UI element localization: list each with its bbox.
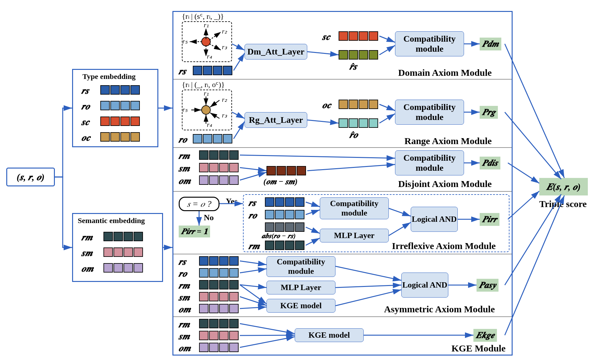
dm-r4: r₄	[207, 53, 212, 60]
se-sm-label: 𝒔𝒎	[82, 247, 92, 258]
irr-yes: Yes	[226, 197, 238, 206]
rg-r1: r₁	[204, 90, 209, 97]
dis-sm-label: 𝒔𝒎	[179, 163, 190, 174]
rg-r4: r₄	[207, 121, 212, 128]
asy-rs-cells	[199, 256, 239, 266]
kge-model-label: KGE model	[309, 330, 350, 340]
asy-kge: KGE model	[266, 299, 335, 313]
rg-compat: Compatibility module	[395, 100, 464, 125]
asy-compat: Compatibility module	[266, 256, 335, 277]
kge-sm-label: 𝒔𝒎	[179, 331, 190, 342]
irr-and: Logical AND	[411, 207, 458, 232]
rg-r2: r₂	[222, 96, 227, 103]
asy-rm-cells	[199, 280, 239, 289]
dis-diff-cells	[266, 166, 306, 175]
dm-node-circle	[201, 37, 211, 46]
sep-1	[173, 79, 512, 80]
asy-kge-label: KGE model	[280, 301, 322, 310]
te-oc-label: 𝒐𝒄	[82, 132, 90, 143]
kge-model: KGE model	[295, 328, 364, 342]
dis-om-label: 𝒐𝒎	[179, 175, 191, 186]
asy-ro-label: 𝒓𝒐	[179, 268, 187, 279]
irr-rs-cells	[265, 197, 304, 207]
rg-title: Range Axiom Module	[404, 136, 492, 146]
dm-r5: r₅	[182, 38, 187, 45]
dm-sc-cells	[339, 31, 378, 41]
kge-om-cells	[199, 343, 239, 352]
te-oc-cells	[100, 132, 140, 142]
rg-r5: r₅	[182, 106, 187, 113]
dm-r3: r₃	[222, 43, 227, 51]
irr-p-one-label: 𝑷𝒊𝒓𝒓 = 𝟏	[181, 227, 208, 236]
irr-and-label: Logical AND	[412, 215, 457, 224]
dm-rs-label: 𝒓𝒔	[179, 66, 186, 77]
sep-3	[173, 191, 512, 192]
dis-compat: Compatibility module	[395, 150, 464, 175]
rg-att-layer-label: Rg_Att_Layer	[249, 115, 303, 125]
rg-node-circle	[201, 105, 211, 115]
irr-p-box: 𝑷𝒊𝒓𝒓	[480, 213, 499, 226]
asy-rs-label: 𝒓𝒔	[179, 256, 186, 267]
kge-e-label: 𝑬𝒌𝒈𝒆	[476, 330, 494, 341]
te-ro-label: 𝒓𝒐	[82, 101, 90, 112]
te-ro-cells	[100, 101, 140, 110]
kge-sm-cells	[199, 331, 239, 340]
dis-diff-label: (𝒐𝒎 − 𝒔𝒎)	[263, 177, 298, 186]
se-rm-cells	[103, 232, 143, 241]
asy-sm-cells	[199, 292, 239, 301]
dm-rhat-label: 𝒓̂𝒔	[350, 61, 357, 72]
rg-r3: r₃	[222, 112, 227, 119]
rg-oc-label: 𝒐𝒄	[322, 100, 331, 111]
se-rm-label: 𝒓𝒎	[82, 232, 92, 243]
output-score-box: 𝑬(𝒔, 𝒓, 𝒐)	[539, 178, 588, 195]
irr-mlp: MLP Layer	[320, 229, 389, 242]
irr-ro-label: 𝒓𝒐	[249, 210, 257, 221]
dm-rhat-cells	[339, 50, 378, 60]
dm-p-label: 𝑷𝒅𝒎	[482, 39, 499, 49]
dm-p-box: 𝑷𝒅𝒎	[480, 38, 501, 50]
dm-att-layer: Dm_Att_Layer	[245, 44, 307, 60]
semantic-embedding-title: Semantic embedding	[78, 216, 145, 225]
dm-r1: r₁	[204, 21, 209, 29]
asy-and: Logical AND	[401, 273, 448, 298]
te-sc-label: 𝒔𝒄	[82, 117, 89, 127]
rg-p-label: 𝑷𝒓𝒈	[482, 107, 495, 117]
output-label: Triple score	[539, 199, 587, 209]
dm-sc-label: 𝒔𝒄	[322, 31, 330, 42]
dis-p-box: 𝑷𝒅𝒊𝒔	[480, 157, 500, 169]
sep-4	[173, 254, 512, 254]
irr-abs-label: 𝒂𝒃𝒔(𝒓𝒐 − 𝒓𝒔)	[262, 232, 296, 240]
irr-no: No	[204, 213, 214, 222]
type-embedding-title: Type embedding	[82, 72, 136, 81]
kge-om-label: 𝒐𝒎	[179, 343, 191, 354]
irr-rm-cells	[265, 241, 304, 250]
irr-compat-label: Compatibility module	[320, 199, 388, 218]
kge-e-box: 𝑬𝒌𝒈𝒆	[473, 329, 497, 342]
dis-compat-label: Compatibility module	[395, 153, 464, 173]
asy-title: Asymmetric Axiom Module	[384, 304, 495, 315]
te-rs-cells	[100, 85, 140, 95]
rg-compat-label: Compatibility module	[395, 102, 464, 122]
dis-om-cells	[199, 175, 239, 185]
se-sm-cells	[103, 247, 143, 257]
asy-and-label: Logical AND	[402, 280, 447, 290]
output-score-label: 𝑬(𝒔, 𝒓, 𝒐)	[546, 181, 581, 192]
rg-ro-cells	[193, 134, 232, 143]
asy-mlp: MLP Layer	[266, 281, 335, 294]
irr-compat: Compatibility module	[320, 197, 389, 219]
irr-mlp-label: MLP Layer	[334, 231, 374, 240]
dm-compat-label: Compatibility module	[395, 34, 464, 54]
asy-rm-label: 𝒓𝒎	[179, 280, 190, 291]
kge-rm-label: 𝒓𝒎	[179, 319, 190, 330]
dm-compat: Compatibility module	[395, 31, 464, 56]
irr-p-label: 𝑷𝒊𝒓𝒓	[482, 214, 497, 225]
dis-title: Disjoint Axiom Module	[398, 179, 492, 189]
rg-ro-label: 𝒓𝒐	[179, 134, 187, 145]
dm-rs-cells	[193, 66, 232, 75]
sep-5	[173, 316, 512, 317]
rg-p-box: 𝑷𝒓𝒈	[480, 106, 498, 119]
asy-p-label: 𝑷𝒂𝒔𝒚	[479, 280, 496, 290]
dis-rm-label: 𝒓𝒎	[179, 150, 190, 161]
input-triple-label: (𝒔, 𝒓, 𝒐)	[17, 172, 45, 183]
asy-p-box: 𝑷𝒂𝒔𝒚	[477, 279, 498, 292]
